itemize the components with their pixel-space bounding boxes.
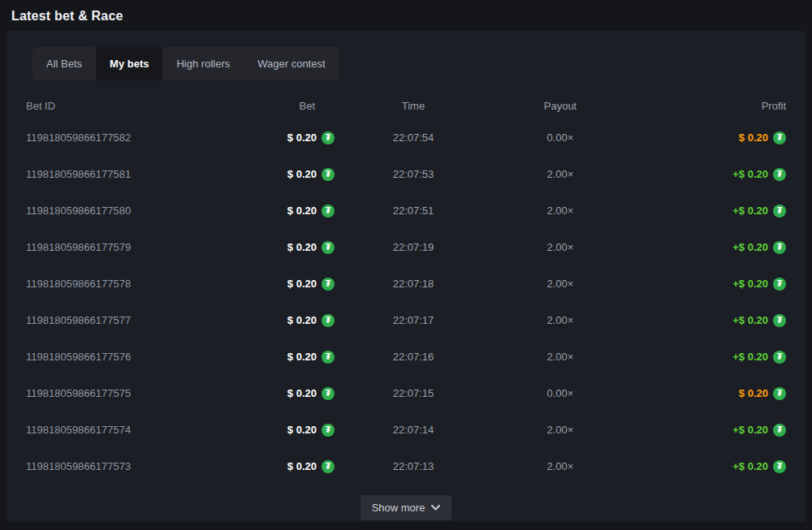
table-header-row: Bet ID Bet Time Payout Profit: [26, 92, 786, 119]
show-more-button[interactable]: Show more: [361, 495, 452, 520]
bet-amount-text: $ 0.20: [287, 460, 317, 472]
bet-id[interactable]: 119818059866177574: [26, 424, 213, 436]
bet-profit: +$ 0.20 ₮: [628, 460, 786, 473]
bet-amount: $ 0.20 ₮: [213, 351, 335, 364]
bet-payout: 2.00×: [492, 351, 628, 363]
table-row[interactable]: 119818059866177576 $ 0.20 ₮ 22:07:16 2.0…: [26, 338, 786, 375]
show-more-label: Show more: [372, 502, 425, 514]
bet-profit-text: +$ 0.20: [732, 460, 768, 472]
bet-id[interactable]: 119818059866177581: [26, 168, 213, 180]
bet-id[interactable]: 119818059866177573: [26, 460, 213, 472]
bet-profit-text: $ 0.20: [739, 131, 768, 144]
currency-coin-icon: ₮: [322, 351, 335, 364]
bet-time: 22:07:13: [335, 460, 492, 472]
bet-amount: $ 0.20 ₮: [213, 460, 335, 473]
table-row[interactable]: 119818059866177577 $ 0.20 ₮ 22:07:17 2.0…: [26, 302, 786, 338]
currency-coin-icon: ₮: [322, 168, 335, 181]
bet-profit: +$ 0.20 ₮: [628, 205, 786, 218]
bet-amount: $ 0.20 ₮: [213, 278, 335, 291]
bet-amount: $ 0.20 ₮: [213, 205, 335, 218]
bet-amount-text: $ 0.20: [287, 314, 317, 326]
show-more-container: Show more: [26, 495, 786, 520]
bet-time: 22:07:19: [335, 241, 492, 253]
bet-id[interactable]: 119818059866177575: [26, 387, 213, 399]
bet-payout: 2.00×: [492, 168, 628, 180]
latest-bets-panel: All Bets My bets High rollers Wager cont…: [6, 31, 806, 522]
bet-payout: 2.00×: [492, 205, 628, 217]
bet-id[interactable]: 119818059866177578: [26, 278, 213, 290]
bet-payout: 0.00×: [492, 387, 628, 399]
table-row[interactable]: 119818059866177573 $ 0.20 ₮ 22:07:13 2.0…: [26, 448, 786, 485]
bet-time: 22:07:18: [335, 278, 492, 290]
currency-coin-icon: ₮: [773, 424, 786, 437]
currency-coin-icon: ₮: [322, 424, 335, 437]
bet-amount: $ 0.20 ₮: [213, 387, 335, 400]
currency-coin-icon: ₮: [322, 205, 335, 218]
bet-id[interactable]: 119818059866177576: [26, 351, 213, 363]
currency-coin-icon: ₮: [773, 314, 786, 327]
bet-profit-text: +$ 0.20: [732, 278, 768, 290]
bet-profit: $ 0.20 ₮: [628, 131, 786, 144]
currency-coin-icon: ₮: [773, 131, 786, 144]
table-row[interactable]: 119818059866177580 $ 0.20 ₮ 22:07:51 2.0…: [26, 192, 786, 229]
bet-amount-text: $ 0.20: [287, 131, 317, 144]
bet-profit-text: +$ 0.20: [732, 351, 768, 363]
bet-id[interactable]: 119818059866177577: [26, 314, 213, 326]
bet-payout: 0.00×: [492, 131, 628, 144]
bet-time: 22:07:53: [335, 168, 492, 180]
table-row[interactable]: 119818059866177575 $ 0.20 ₮ 22:07:15 0.0…: [26, 375, 786, 412]
bet-payout: 2.00×: [492, 424, 628, 436]
table-row[interactable]: 119818059866177581 $ 0.20 ₮ 22:07:53 2.0…: [26, 156, 786, 192]
currency-coin-icon: ₮: [773, 278, 786, 291]
currency-coin-icon: ₮: [773, 460, 786, 473]
tab-my-bets[interactable]: My bets: [96, 47, 162, 80]
tab-all-bets[interactable]: All Bets: [32, 47, 96, 80]
table-row[interactable]: 119818059866177579 $ 0.20 ₮ 22:07:19 2.0…: [26, 229, 786, 265]
bet-profit: +$ 0.20 ₮: [628, 351, 786, 364]
currency-coin-icon: ₮: [322, 131, 335, 144]
bet-time: 22:07:16: [335, 351, 492, 363]
currency-coin-icon: ₮: [773, 387, 786, 400]
col-header-bet: Bet: [213, 100, 335, 112]
table-row[interactable]: 119818059866177574 $ 0.20 ₮ 22:07:14 2.0…: [26, 412, 786, 448]
bet-amount-text: $ 0.20: [287, 278, 317, 290]
col-header-time: Time: [335, 100, 492, 112]
bet-profit: +$ 0.20 ₮: [628, 278, 786, 291]
bet-amount-text: $ 0.20: [287, 241, 317, 253]
tab-wager-contest[interactable]: Wager contest: [244, 47, 339, 80]
bet-id[interactable]: 119818059866177580: [26, 205, 213, 217]
col-header-payout: Payout: [492, 100, 628, 112]
bet-profit: +$ 0.20 ₮: [628, 241, 786, 254]
bets-tab-bar: All Bets My bets High rollers Wager cont…: [32, 47, 339, 80]
bet-profit-text: +$ 0.20: [732, 424, 768, 436]
currency-coin-icon: ₮: [322, 241, 335, 254]
bet-payout: 2.00×: [492, 460, 628, 472]
bet-amount-text: $ 0.20: [287, 424, 317, 436]
page-title: Latest bet & Race: [0, 0, 812, 31]
bet-id[interactable]: 119818059866177582: [26, 131, 213, 144]
bet-profit-text: +$ 0.20: [732, 205, 768, 217]
bets-table: Bet ID Bet Time Payout Profit 1198180598…: [26, 92, 786, 485]
bet-id[interactable]: 119818059866177579: [26, 241, 213, 253]
bet-payout: 2.00×: [492, 314, 628, 326]
bet-profit: $ 0.20 ₮: [628, 387, 786, 400]
bet-profit-text: +$ 0.20: [732, 241, 768, 253]
bet-amount: $ 0.20 ₮: [213, 424, 335, 437]
bet-amount-text: $ 0.20: [287, 387, 317, 399]
bet-profit: +$ 0.20 ₮: [628, 424, 786, 437]
bet-amount-text: $ 0.20: [287, 168, 317, 180]
tab-high-rollers[interactable]: High rollers: [162, 47, 244, 80]
currency-coin-icon: ₮: [773, 351, 786, 364]
bet-amount: $ 0.20 ₮: [213, 241, 335, 254]
bet-amount: $ 0.20 ₮: [213, 131, 335, 144]
bet-amount-text: $ 0.20: [287, 205, 317, 217]
currency-coin-icon: ₮: [322, 460, 335, 473]
bet-payout: 2.00×: [492, 241, 628, 253]
bet-amount-text: $ 0.20: [287, 351, 317, 363]
bet-payout: 2.00×: [492, 278, 628, 290]
bet-profit-text: $ 0.20: [739, 387, 768, 399]
currency-coin-icon: ₮: [322, 314, 335, 327]
table-row[interactable]: 119818059866177582 $ 0.20 ₮ 22:07:54 0.0…: [26, 119, 786, 156]
table-row[interactable]: 119818059866177578 $ 0.20 ₮ 22:07:18 2.0…: [26, 265, 786, 302]
currency-coin-icon: ₮: [322, 387, 335, 400]
